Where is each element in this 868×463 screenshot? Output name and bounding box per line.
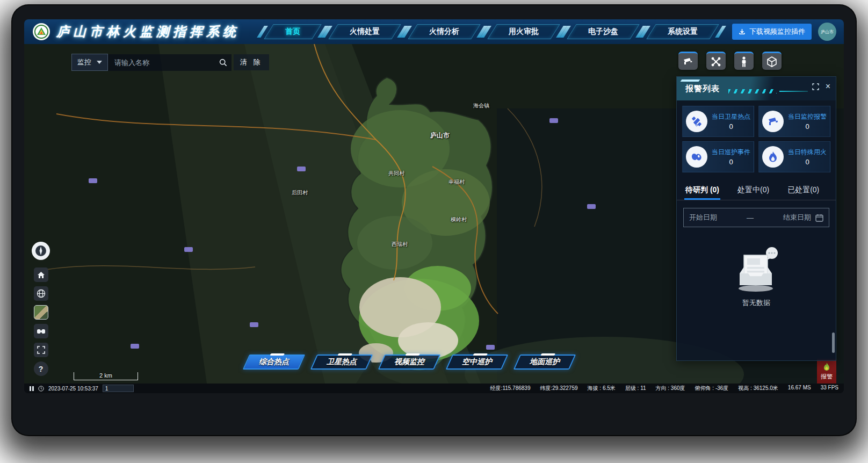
globe-mode-button[interactable] bbox=[34, 286, 48, 301]
flame-icon bbox=[768, 151, 778, 163]
alarm-flame-icon bbox=[822, 362, 831, 372]
map-layer-tools bbox=[678, 52, 782, 70]
tab-resolved[interactable]: 已处置(0) bbox=[786, 181, 820, 200]
nav-tab-fire-approval[interactable]: 用火审批 bbox=[487, 24, 560, 39]
calendar-icon bbox=[815, 214, 823, 222]
altitude: 海拔 : 6.5米 bbox=[588, 385, 616, 392]
start-date-field[interactable]: 开始日期 bbox=[689, 213, 717, 222]
map-controls: ? bbox=[32, 242, 50, 376]
map-label: 幸福村 bbox=[449, 178, 465, 186]
map-metrics: 经度:115.786839 纬度:29.322759 海拔 : 6.5米 层级 … bbox=[490, 385, 838, 392]
filter-satellite-hotspots[interactable]: 卫星热点 bbox=[310, 355, 373, 370]
chevron-down-icon bbox=[97, 61, 102, 64]
map-scale-bar: 2 km bbox=[74, 372, 138, 380]
app-screen: 庐山市林火监测指挥系统 首页 火情处置 火情分析 用火审批 电子沙盘 系统设置 … bbox=[24, 19, 844, 393]
drone-icon bbox=[711, 56, 721, 67]
frame-ms: 16.67 MS bbox=[788, 385, 811, 392]
fullscreen-icon bbox=[37, 346, 45, 354]
stat-monitor-alarms[interactable]: 当日监控报警 0 bbox=[758, 106, 830, 137]
filter-all-hotspots[interactable]: 综合热点 bbox=[243, 355, 305, 370]
header: 庐山市林火监测指挥系统 首页 火情处置 火情分析 用火审批 电子沙盘 系统设置 … bbox=[24, 19, 844, 44]
fps: 33 FPS bbox=[821, 385, 838, 392]
user-avatar[interactable]: 庐山市 bbox=[818, 23, 836, 41]
person-icon bbox=[741, 56, 747, 67]
home-view-button[interactable] bbox=[34, 267, 48, 282]
filter-ground-patrol[interactable]: 地面巡护 bbox=[513, 355, 576, 370]
stat-satellite-hotspots[interactable]: 当日卫星热点 0 bbox=[682, 106, 754, 137]
panel-header: 报警列表 × bbox=[677, 77, 836, 100]
empty-state: 暂无数据 bbox=[677, 227, 836, 360]
stat-patrol-events[interactable]: 当日巡护事件 0 bbox=[682, 141, 754, 172]
roam-view-button[interactable] bbox=[34, 324, 48, 338]
clear-search-button[interactable]: 清 除 bbox=[234, 54, 269, 70]
map-viewport[interactable]: 庐山市 海会镇 共同村 幸福村 后田村 横岭村 西瑞村 监控 bbox=[24, 44, 844, 384]
view-height: 视高 : 36125.0米 bbox=[738, 385, 778, 392]
latitude: 纬度:29.322759 bbox=[540, 385, 577, 392]
expand-icon[interactable] bbox=[812, 83, 819, 90]
panel-title: 报警列表 bbox=[685, 84, 720, 94]
app-logo-icon bbox=[33, 23, 50, 40]
alarm-stats: 当日卫星热点 0 当日监控报警 bbox=[677, 100, 836, 178]
panel-scrollbar[interactable] bbox=[832, 104, 835, 356]
camera-icon bbox=[767, 116, 779, 127]
fullscreen-button[interactable] bbox=[34, 343, 48, 357]
speed-input[interactable]: 1 bbox=[103, 385, 134, 392]
cube-icon bbox=[766, 56, 777, 67]
alarm-badge[interactable]: 报警 bbox=[817, 359, 836, 384]
nav-tab-settings[interactable]: 系统设置 bbox=[646, 24, 719, 39]
alarm-list-panel: 报警列表 × bbox=[676, 76, 836, 361]
drone-layer-button[interactable] bbox=[706, 52, 726, 70]
nav-tab-home[interactable]: 首页 bbox=[264, 24, 321, 39]
search-box bbox=[108, 54, 232, 71]
nav-tab-fire-analysis[interactable]: 火情分析 bbox=[408, 24, 480, 39]
globe-icon bbox=[37, 289, 46, 298]
person-layer-button[interactable] bbox=[734, 52, 754, 70]
layer-filter-toolbar: 综合热点 卫星热点 视频监控 空中巡护 地面巡护 bbox=[246, 355, 573, 370]
map-label: 海会镇 bbox=[473, 102, 489, 110]
end-date-field[interactable]: 结束日期 bbox=[783, 213, 811, 222]
map-label: 横岭村 bbox=[451, 216, 467, 223]
map-label: 共同村 bbox=[388, 170, 404, 177]
header-decoration bbox=[728, 89, 808, 93]
3d-scene-button[interactable] bbox=[762, 52, 782, 70]
stat-special-fire-use[interactable]: 当日特殊用火 0 bbox=[758, 141, 830, 172]
download-plugin-button[interactable]: 下载视频监控插件 bbox=[732, 24, 812, 40]
date-range-picker[interactable]: 开始日期 — 结束日期 bbox=[683, 208, 829, 227]
search-icon[interactable] bbox=[219, 59, 227, 67]
binoculars-icon bbox=[37, 328, 46, 335]
longitude: 经度:115.786839 bbox=[490, 385, 531, 392]
pitch: 俯仰角 : -36度 bbox=[695, 385, 729, 392]
map-label: 后田村 bbox=[292, 189, 308, 197]
cctv-layer-button[interactable] bbox=[678, 52, 698, 70]
download-icon bbox=[739, 28, 746, 35]
status-bar: 2023-07-25 10:53:37 1 经度:115.786839 纬度:2… bbox=[24, 384, 844, 393]
pause-icon[interactable] bbox=[30, 386, 34, 391]
tab-in-progress[interactable]: 处置中(0) bbox=[736, 181, 770, 200]
filter-video-monitor[interactable]: 视频监控 bbox=[378, 355, 440, 370]
map-label: 庐山市 bbox=[430, 131, 450, 140]
nav-tab-fire-handling[interactable]: 火情处置 bbox=[328, 24, 401, 39]
alarm-tabs: 待研判 (0) 处置中(0) 已处置(0) bbox=[677, 179, 836, 200]
home-icon bbox=[37, 271, 45, 279]
empty-inbox-icon bbox=[727, 245, 786, 295]
map-label: 西瑞村 bbox=[392, 241, 408, 248]
zoom-level: 层级 : 11 bbox=[625, 385, 646, 392]
compass-icon[interactable] bbox=[32, 242, 50, 260]
search-category-select[interactable]: 监控 bbox=[71, 54, 108, 71]
patrol-icon bbox=[691, 152, 703, 162]
filter-air-patrol[interactable]: 空中巡护 bbox=[446, 355, 508, 370]
main-nav: 首页 火情处置 火情分析 用火审批 电子沙盘 系统设置 bbox=[269, 24, 714, 39]
nav-tab-sandbox[interactable]: 电子沙盘 bbox=[567, 24, 639, 39]
map-search-bar: 监控 清 除 bbox=[71, 54, 269, 71]
clock-icon bbox=[38, 386, 44, 392]
search-input[interactable] bbox=[114, 59, 219, 67]
tab-pending-review[interactable]: 待研判 (0) bbox=[684, 181, 720, 200]
cctv-icon bbox=[683, 57, 693, 67]
close-icon[interactable]: × bbox=[826, 82, 830, 91]
current-time: 2023-07-25 10:53:37 bbox=[48, 386, 98, 392]
heading: 方向 : 360度 bbox=[656, 385, 685, 392]
basemap-layers-button[interactable] bbox=[34, 305, 48, 320]
help-icon: ? bbox=[39, 365, 44, 373]
help-button[interactable]: ? bbox=[34, 361, 48, 376]
window-frame: 庐山市林火监测指挥系统 首页 火情处置 火情分析 用火审批 电子沙盘 系统设置 … bbox=[12, 5, 856, 435]
